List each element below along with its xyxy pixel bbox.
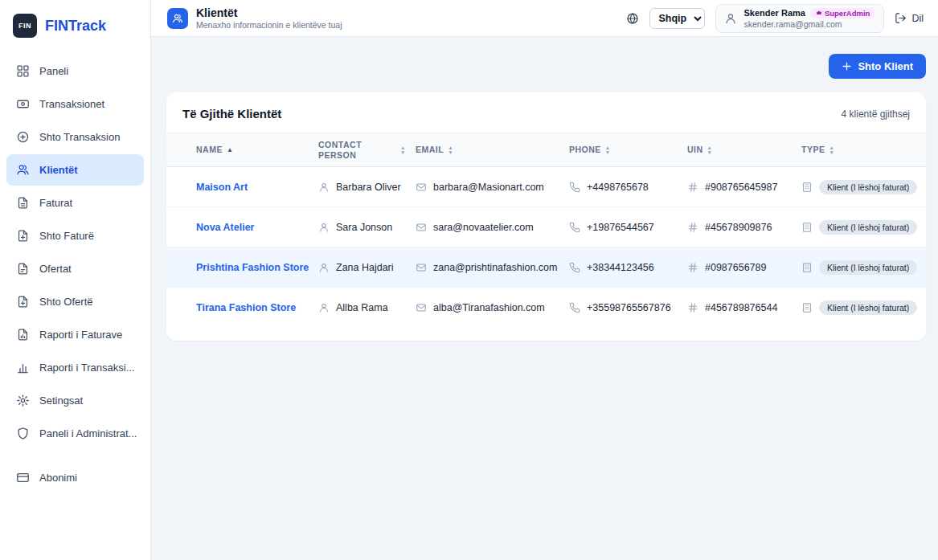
sort-asc-icon (227, 147, 233, 153)
mail-icon (416, 222, 427, 233)
email-cell: barbara@Masionart.com (416, 182, 569, 193)
uin-value: #45678909876 (705, 222, 772, 233)
client-type-badge: Klient (I lëshoj faturat) (819, 220, 917, 235)
topbar-right: Shqip Skender Rama SuperAdmin skender.ra… (626, 4, 924, 33)
client-name-link[interactable]: Tirana Fashion Store (196, 302, 318, 313)
add-client-label: Shto Klient (858, 60, 913, 72)
role-badge-label: SuperAdmin (825, 9, 870, 18)
client-name-link[interactable]: Nova Atelier (196, 222, 318, 233)
contact-person-cell: Barbara Oliver (318, 182, 416, 193)
top-header: Klientët Menaxho informacionin e klientë… (151, 0, 938, 37)
app-logo: FIN FINTrack (0, 0, 150, 52)
app-name: FINTrack (45, 18, 106, 35)
sidebar-item-abonimi[interactable]: Abonimi (6, 462, 144, 493)
logout-button[interactable]: Dil (895, 12, 924, 24)
sidebar-item-label: Raporti i Transaksi... (39, 362, 135, 374)
sidebar-item-label: Shto Faturë (39, 230, 94, 242)
role-badge: SuperAdmin (810, 8, 875, 18)
actions-row: Shto Klient (166, 54, 926, 79)
table-row[interactable]: Prishtina Fashion Store Zana Hajdari zan… (166, 247, 926, 288)
hash-icon (687, 262, 698, 273)
person-icon (318, 222, 330, 233)
sidebar-item-label: Shto Transaksion (39, 131, 120, 143)
main-content: Shto Klient Të Gjithë Klientët 4 klientë… (151, 37, 938, 560)
sidebar-item-ofertat[interactable]: Ofertat (6, 253, 144, 284)
building-icon (801, 302, 813, 313)
column-header-contact-person[interactable]: CONTACT PERSON (318, 140, 416, 161)
clients-card: Të Gjithë Klientët 4 klientë gjithsej NA… (166, 92, 926, 341)
hash-icon (687, 222, 698, 233)
hash-icon (687, 182, 698, 193)
language-select[interactable]: Shqip (649, 8, 705, 29)
table-row[interactable]: Tirana Fashion Store Allba Rama alba@Tir… (166, 288, 926, 328)
sidebar-item-paneli-administratorit[interactable]: Paneli i Administrat... (6, 418, 144, 449)
user-info: Skender Rama SuperAdmin skender.rama@gma… (743, 8, 875, 29)
add-client-button[interactable]: Shto Klient (829, 54, 926, 79)
mail-icon (416, 262, 427, 273)
sort-icon (400, 145, 406, 154)
client-count: 4 klientë gjithsej (842, 108, 910, 120)
sidebar-item-label: Klientët (39, 164, 78, 176)
shield-icon (16, 427, 30, 440)
card-header: Të Gjithë Klientët 4 klientë gjithsej (166, 92, 926, 133)
client-name-link[interactable]: Prishtina Fashion Store (196, 262, 318, 273)
sidebar-item-label: Faturat (39, 197, 72, 209)
phone-value: +4498765678 (587, 182, 649, 193)
file-plus-icon (16, 295, 30, 309)
sidebar-item-label: Paneli (39, 65, 68, 77)
column-header-type[interactable]: TYPE (801, 145, 907, 155)
column-header-phone[interactable]: PHONE (569, 145, 687, 155)
client-type-badge: Klient (I lëshoj faturat) (819, 260, 917, 275)
table-row[interactable]: Nova Atelier Sara Jonson sara@novaatelie… (166, 207, 926, 247)
building-icon (801, 222, 813, 233)
page-title: Klientët (196, 6, 342, 19)
sidebar-item-klientet[interactable]: Klientët (6, 154, 144, 186)
sort-icon (448, 145, 453, 154)
phone-value: +35598765567876 (587, 302, 671, 313)
phone-cell: +35598765567876 (569, 302, 687, 313)
sidebar-item-raporti-faturave[interactable]: Raporti i Faturave (6, 319, 144, 350)
type-cell: Klient (I lëshoj faturat) (801, 260, 925, 275)
sidebar-item-setingsat[interactable]: Setingsat (6, 385, 144, 416)
sort-icon (829, 145, 834, 154)
sidebar-item-paneli[interactable]: Paneli (6, 55, 144, 87)
building-icon (801, 182, 813, 193)
uin-value: #908765645987 (705, 182, 777, 193)
user-chip[interactable]: Skender Rama SuperAdmin skender.rama@gma… (715, 4, 884, 33)
users-icon (172, 13, 183, 24)
sidebar-item-transaksionet[interactable]: Transaksionet (6, 88, 144, 120)
type-cell: Klient (I lëshoj faturat) (801, 180, 925, 194)
gear-icon (16, 394, 30, 407)
globe-icon[interactable] (626, 12, 639, 25)
phone-cell: +4498765678 (569, 182, 687, 193)
phone-icon (569, 262, 580, 273)
sidebar-item-shto-oferte[interactable]: Shto Ofertë (6, 286, 144, 317)
column-header-uin[interactable]: UIN (687, 145, 801, 155)
app-logo-icon: FIN (13, 14, 37, 38)
client-type-badge: Klient (I lëshoj faturat) (819, 300, 917, 315)
contact-person-cell: Allba Rama (318, 302, 416, 313)
sidebar-item-shto-fature[interactable]: Shto Faturë (6, 220, 144, 251)
email-value: sara@novaatelier.com (433, 222, 534, 233)
uin-cell: #45678909876 (687, 222, 801, 233)
phone-value: +38344123456 (587, 262, 654, 273)
client-name-link[interactable]: Maison Art (196, 182, 318, 193)
column-label: EMAIL (416, 145, 444, 155)
table-row[interactable]: Maison Art Barbara Oliver barbara@Masion… (166, 167, 926, 207)
column-header-email[interactable]: EMAIL (416, 145, 569, 155)
contact-person-cell: Sara Jonson (318, 222, 416, 233)
sort-icon (707, 145, 713, 154)
email-cell: alba@Tiranafashion.com (416, 302, 569, 313)
sidebar-item-faturat[interactable]: Faturat (6, 187, 144, 219)
column-header-name[interactable]: NAME (196, 145, 318, 155)
bar-chart-icon (16, 361, 30, 374)
plus-circle-icon (16, 130, 30, 144)
email-cell: zana@prishtinafashion.com (416, 262, 569, 273)
sidebar-item-shto-transaksion[interactable]: Shto Transaksion (6, 121, 144, 153)
sort-icon (605, 145, 611, 154)
users-icon (16, 163, 30, 177)
table-header-row: NAME CONTACT PERSON EMAIL PHONE UIN (166, 133, 926, 167)
file-text-icon (16, 196, 30, 210)
sidebar-item-raporti-transaksioneve[interactable]: Raporti i Transaksi... (6, 352, 144, 383)
building-icon (801, 262, 813, 273)
